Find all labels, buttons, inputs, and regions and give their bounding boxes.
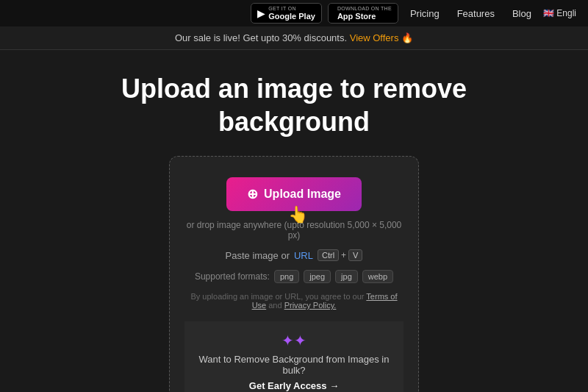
nav-blog[interactable]: Blog bbox=[506, 5, 537, 22]
google-play-icon: ▶ bbox=[257, 7, 265, 19]
sale-banner: Our sale is live! Get upto 30% discounts… bbox=[0, 26, 588, 50]
format-jpg: jpg bbox=[335, 270, 358, 283]
main-content: Upload an image to remove background ⊕ U… bbox=[0, 50, 588, 392]
privacy-policy-link[interactable]: Privacy Policy. bbox=[284, 301, 337, 310]
bulk-text: Want to Remove Background from Images in… bbox=[196, 354, 392, 376]
upload-card: ⊕ Upload Image 👆 or drop image anywhere … bbox=[169, 156, 419, 392]
terms-and: and bbox=[268, 301, 282, 310]
google-play-badge[interactable]: ▶ GET IT ON Google Play bbox=[251, 3, 322, 24]
page-title: Upload an image to remove background bbox=[121, 72, 467, 138]
view-offers-link[interactable]: View Offers 🔥 bbox=[350, 32, 413, 43]
format-jpeg: jpeg bbox=[304, 270, 331, 283]
drop-hint: or drop image anywhere (upto resolution … bbox=[184, 220, 404, 240]
google-play-main: Google Play bbox=[268, 12, 315, 21]
plus-icon: ⊕ bbox=[247, 186, 258, 202]
sale-text: Our sale is live! Get upto 30% discounts… bbox=[175, 32, 347, 43]
nav-pricing[interactable]: Pricing bbox=[404, 5, 445, 22]
ctrl-key: Ctrl bbox=[318, 249, 339, 261]
fire-emoji: 🔥 bbox=[401, 32, 413, 43]
app-store-badge[interactable]: Download on the App Store bbox=[328, 3, 398, 24]
app-store-sub: Download on the bbox=[337, 6, 392, 12]
nav-features[interactable]: Features bbox=[451, 5, 501, 22]
upload-image-button[interactable]: ⊕ Upload Image 👆 bbox=[226, 177, 362, 211]
keyboard-shortcut: Ctrl + V bbox=[318, 249, 362, 261]
format-webp: webp bbox=[362, 270, 393, 283]
bulk-icon: ✦✦ bbox=[196, 332, 392, 349]
title-line2: background bbox=[218, 107, 370, 137]
v-key: V bbox=[348, 249, 362, 261]
formats-label: Supported formats: bbox=[195, 271, 270, 282]
upload-button-label: Upload Image bbox=[264, 188, 341, 201]
terms-prefix: By uploading an image or URL, you agree … bbox=[190, 292, 364, 301]
plus-separator: + bbox=[341, 250, 346, 260]
bulk-section: ✦✦ Want to Remove Background from Images… bbox=[184, 321, 404, 392]
format-png: png bbox=[274, 270, 299, 283]
formats-row: Supported formats: png jpeg jpg webp bbox=[195, 270, 393, 283]
navbar: ▶ GET IT ON Google Play Download on the … bbox=[0, 0, 588, 26]
early-access-link[interactable]: Get Early Access → bbox=[249, 380, 339, 391]
paste-label: Paste image or bbox=[226, 250, 290, 261]
title-line1: Upload an image to remove bbox=[121, 74, 467, 104]
google-play-sub: GET IT ON bbox=[268, 6, 315, 12]
view-offers-text: View Offers bbox=[350, 32, 399, 43]
terms-text: By uploading an image or URL, you agree … bbox=[184, 292, 404, 310]
url-link[interactable]: URL bbox=[294, 250, 313, 261]
app-store-main: App Store bbox=[337, 12, 392, 21]
language-selector[interactable]: 🇬🇧 Engli bbox=[543, 8, 576, 18]
paste-row: Paste image or URL Ctrl + V bbox=[226, 249, 363, 261]
